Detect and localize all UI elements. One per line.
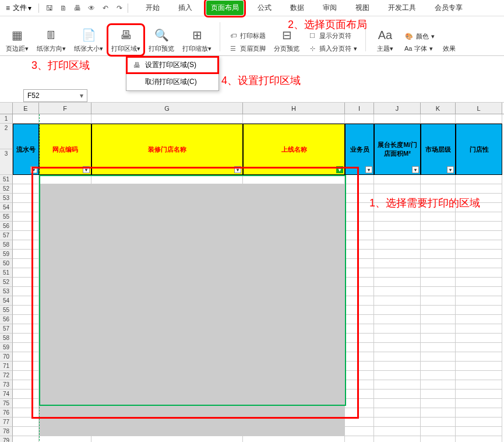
cell[interactable] (456, 306, 502, 315)
cell[interactable] (39, 390, 91, 399)
cell[interactable] (456, 240, 502, 250)
cell[interactable] (91, 268, 243, 278)
set-print-area-item[interactable]: 🖶 设置打印区域(S) (126, 57, 218, 73)
cell[interactable] (39, 334, 91, 343)
cell[interactable] (39, 203, 91, 212)
cell[interactable] (456, 380, 502, 390)
cell[interactable] (13, 268, 39, 278)
cell[interactable] (345, 408, 374, 418)
col-header[interactable]: F (39, 103, 91, 114)
header-footer-button[interactable]: ☰页眉页脚 (226, 43, 268, 54)
cell[interactable] (421, 287, 456, 296)
cell[interactable] (13, 184, 39, 194)
cell[interactable] (456, 250, 502, 259)
cell[interactable] (345, 371, 374, 380)
cell[interactable] (421, 306, 456, 315)
row-header[interactable]: 73 (0, 380, 13, 390)
cell[interactable] (243, 334, 345, 343)
cell[interactable] (243, 399, 345, 408)
row-header[interactable]: 55 (0, 306, 13, 315)
cell[interactable] (39, 436, 91, 442)
cell[interactable] (13, 250, 39, 259)
cell[interactable] (91, 259, 243, 268)
cell[interactable] (39, 175, 91, 184)
cell[interactable] (39, 222, 91, 231)
cell[interactable] (91, 399, 243, 408)
filter-icon[interactable]: ▾ (83, 166, 90, 173)
cell[interactable] (374, 114, 421, 124)
cell[interactable] (243, 390, 345, 399)
row-header[interactable]: 53 (0, 287, 13, 296)
cell[interactable] (456, 334, 502, 343)
cell[interactable] (421, 114, 456, 124)
row-header[interactable]: 1 (0, 114, 13, 124)
cell[interactable] (243, 343, 345, 352)
cancel-print-area-item[interactable]: 取消打印区域(C) (126, 73, 218, 90)
row-header[interactable]: 56 (0, 222, 13, 231)
cell[interactable] (374, 222, 421, 231)
row-header[interactable]: 2 (0, 124, 13, 149)
cell[interactable] (345, 212, 374, 222)
cell[interactable] (345, 278, 374, 287)
cell[interactable] (421, 203, 456, 212)
tab-view[interactable]: 视图 (351, 1, 374, 15)
save-as-icon[interactable]: 🗎 (59, 3, 68, 13)
row-header[interactable]: 77 (0, 418, 13, 427)
cell[interactable] (243, 212, 345, 222)
cell[interactable] (243, 240, 345, 250)
row-header[interactable]: 74 (0, 390, 13, 399)
cell[interactable] (91, 390, 243, 399)
cell[interactable] (91, 334, 243, 343)
cell[interactable] (456, 343, 502, 352)
cell[interactable] (421, 296, 456, 306)
cell[interactable] (345, 114, 374, 124)
col-header[interactable]: E (13, 103, 39, 114)
cell[interactable] (39, 371, 91, 380)
th-sales[interactable]: 业务员 ▾ (345, 124, 374, 175)
cell[interactable] (243, 287, 345, 296)
colors-button[interactable]: 🎨颜色▾ (402, 30, 437, 42)
cell[interactable] (421, 231, 456, 240)
cell[interactable] (456, 362, 502, 371)
cell[interactable] (456, 427, 502, 436)
cell[interactable] (456, 259, 502, 268)
row-header[interactable]: 3 (0, 149, 13, 175)
cell[interactable] (456, 184, 502, 194)
print-preview-icon[interactable]: 👁 (87, 3, 96, 13)
cell[interactable] (243, 306, 345, 315)
cell[interactable] (345, 184, 374, 194)
cell[interactable] (13, 436, 39, 442)
cell[interactable] (456, 114, 502, 124)
col-header[interactable]: J (374, 103, 421, 114)
cell[interactable] (39, 231, 91, 240)
filter-icon[interactable]: ▾ (336, 166, 343, 173)
cell[interactable] (345, 362, 374, 371)
cell[interactable] (13, 371, 39, 380)
cell[interactable] (91, 408, 243, 418)
cell[interactable] (456, 268, 502, 278)
cell[interactable] (456, 399, 502, 408)
cell[interactable] (345, 175, 374, 184)
cell[interactable] (39, 259, 91, 268)
cell[interactable] (345, 268, 374, 278)
cell[interactable] (345, 380, 374, 390)
row-header[interactable]: 54 (0, 203, 13, 212)
cell[interactable] (345, 231, 374, 240)
cell[interactable] (91, 380, 243, 390)
cell[interactable] (243, 427, 345, 436)
cell[interactable] (345, 203, 374, 212)
file-menu[interactable]: 文件 ▾ (2, 2, 35, 14)
cell[interactable] (39, 287, 91, 296)
cell[interactable] (421, 324, 456, 334)
cell[interactable] (91, 296, 243, 306)
cell[interactable] (39, 399, 91, 408)
cell[interactable] (39, 250, 91, 259)
cell[interactable] (421, 240, 456, 250)
cell[interactable] (421, 250, 456, 259)
cell[interactable] (13, 296, 39, 306)
cell[interactable] (13, 352, 39, 362)
cell[interactable] (374, 390, 421, 399)
cell[interactable] (421, 175, 456, 184)
cell[interactable] (13, 315, 39, 324)
name-box[interactable]: F52 ▾ (23, 89, 87, 102)
